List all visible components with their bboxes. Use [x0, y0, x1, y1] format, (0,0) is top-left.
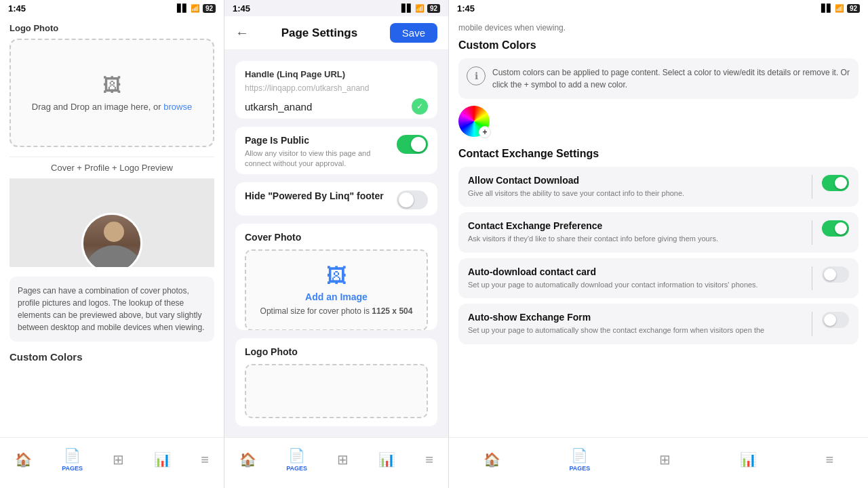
- nav-home-right[interactable]: 🏠: [477, 449, 507, 470]
- auto-show-card: Auto-show Exchange Form Set up your page…: [458, 304, 859, 344]
- left-panel: 1:45 ▋▋ 📶 92 Logo Photo 🖼 Drag and Drop …: [0, 0, 224, 488]
- menu-icon-mid: ≡: [425, 452, 433, 468]
- page-public-toggle[interactable]: [397, 135, 428, 154]
- color-wheel[interactable]: [458, 106, 490, 137]
- cover-upload-area[interactable]: 🖼 Add an Image Optimal size for cover ph…: [245, 249, 428, 330]
- wifi-icon-mid: 📶: [415, 4, 425, 13]
- nav-chart-mid[interactable]: 📊: [372, 449, 402, 470]
- status-bar-left: 1:45 ▋▋ 📶 92: [0, 0, 224, 16]
- auto-download-info: Auto-download contact card Set up your p…: [468, 266, 802, 290]
- battery-left: 92: [203, 4, 216, 13]
- exchange-pref-card: Contact Exchange Preference Ask visitors…: [458, 212, 859, 252]
- hide-footer-toggle[interactable]: [397, 190, 428, 209]
- pages-icon-right: 📄: [571, 447, 588, 464]
- upload-text: Drag and Drop an image here, or browse: [32, 102, 192, 112]
- exchange-pref-desc: Ask visitors if they'd like to share the…: [468, 234, 802, 244]
- bottom-nav-mid: 🏠 📄 PAGES ⊞ 📊 ≡: [224, 437, 448, 488]
- pages-icon-mid: 📄: [288, 447, 305, 464]
- toggle-thumb-download: [835, 177, 847, 189]
- info-box: Pages can have a combination of cover ph…: [9, 277, 214, 342]
- cover-photo-card: Cover Photo 🖼 Add an Image Optimal size …: [235, 224, 437, 330]
- nav-home-left[interactable]: 🏠: [8, 449, 39, 470]
- home-icon-left: 🏠: [15, 451, 32, 468]
- signal-icon-mid: ▋▋: [401, 4, 412, 13]
- exchange-pref-toggle[interactable]: [822, 220, 849, 237]
- logo-upload-mini[interactable]: [245, 364, 428, 418]
- auto-download-toggle[interactable]: [822, 266, 849, 283]
- chart-icon-right: 📊: [740, 451, 757, 468]
- hide-footer-row: Hide "Powered By Linq" footer: [245, 190, 428, 209]
- nav-menu-right[interactable]: ≡: [818, 449, 840, 470]
- nav-grid-mid[interactable]: ⊞: [330, 449, 355, 470]
- cover-profile-preview: [9, 179, 214, 267]
- pages-label-right: PAGES: [570, 465, 591, 472]
- nav-menu-mid[interactable]: ≡: [418, 449, 440, 470]
- cover-upload-icon: 🖼: [326, 264, 347, 287]
- page-settings-header: ← Page Settings Save: [224, 16, 448, 50]
- toggle-thumb-autoshow: [824, 314, 836, 326]
- logo-photo-section: Logo Photo: [235, 338, 437, 426]
- custom-colors-desc: Custom colors can be applied to page con…: [492, 66, 850, 91]
- page-public-info: Page Is Public Allow any visitor to view…: [245, 135, 390, 169]
- nav-pages-right[interactable]: 📄 PAGES: [563, 445, 597, 474]
- exchange-pref-info: Contact Exchange Preference Ask visitors…: [468, 220, 802, 244]
- bottom-nav-left: 🏠 📄 PAGES ⊞ 📊 ≡: [0, 437, 224, 488]
- custom-colors-section: Custom Colors ℹ Custom colors can be app…: [458, 39, 859, 137]
- page-public-row: Page Is Public Allow any visitor to view…: [245, 135, 428, 169]
- allow-download-card: Allow Contact Download Give all visitors…: [458, 167, 859, 207]
- nav-chart-left[interactable]: 📊: [147, 449, 178, 470]
- custom-colors-left-label: Custom Colors: [9, 351, 214, 363]
- optimal-size-text: Optimal size for cover photo is 1125 x 5…: [260, 306, 413, 316]
- signal-icon-right: ▋▋: [821, 4, 832, 13]
- page-title: Page Settings: [281, 26, 357, 40]
- home-icon-mid: 🏠: [239, 451, 256, 468]
- bottom-nav-right: 🏠 📄 PAGES ⊞ 📊 ≡: [449, 437, 868, 488]
- cover-photo-label: Cover Photo: [245, 232, 428, 243]
- time-mid: 1:45: [233, 3, 250, 14]
- contact-exchange-title: Contact Exchange Settings: [458, 148, 859, 160]
- separator-3: [812, 266, 812, 290]
- hide-footer-info: Hide "Powered By Linq" footer: [245, 190, 390, 204]
- save-button[interactable]: Save: [390, 23, 437, 43]
- logo-upload-box[interactable]: 🖼 Drag and Drop an image here, or browse: [9, 39, 214, 147]
- home-icon-right: 🏠: [484, 451, 500, 468]
- menu-icon-right: ≡: [825, 452, 833, 468]
- battery-mid: 92: [427, 4, 440, 13]
- nav-grid-left[interactable]: ⊞: [106, 449, 131, 470]
- toggle-thumb-autodownload: [824, 268, 836, 281]
- toggle-thumb-pref: [835, 222, 847, 235]
- toggle-thumb-public: [411, 137, 426, 152]
- wifi-icon-right: 📶: [835, 4, 844, 13]
- nav-home-mid[interactable]: 🏠: [233, 449, 263, 470]
- handle-input-row: utkarsh_anand ✓: [245, 98, 428, 115]
- wifi-icon: 📶: [191, 4, 200, 13]
- auto-download-desc: Set up your page to automatically downlo…: [468, 280, 802, 290]
- time-right: 1:45: [457, 3, 475, 14]
- handle-label: Handle (Linq Page URL): [245, 69, 428, 79]
- nav-grid-right[interactable]: ⊞: [652, 449, 677, 470]
- time-left: 1:45: [8, 3, 26, 14]
- nav-chart-right[interactable]: 📊: [733, 449, 764, 470]
- nav-pages-mid[interactable]: 📄 PAGES: [279, 445, 314, 474]
- nav-pages-left[interactable]: 📄 PAGES: [55, 445, 90, 474]
- status-icons-mid: ▋▋ 📶 92: [401, 4, 440, 13]
- hide-footer-title: Hide "Powered By Linq" footer: [245, 190, 390, 201]
- grid-icon-mid: ⊞: [337, 451, 349, 468]
- back-button[interactable]: ←: [235, 25, 249, 41]
- hide-footer-card: Hide "Powered By Linq" footer: [235, 182, 437, 216]
- allow-download-info: Allow Contact Download Give all visitors…: [468, 175, 802, 199]
- allow-download-toggle[interactable]: [822, 175, 849, 191]
- auto-show-title: Auto-show Exchange Form: [468, 312, 802, 323]
- right-panel: 1:45 ▋▋ 📶 92 mobile devices when viewing…: [449, 0, 868, 488]
- nav-menu-left[interactable]: ≡: [194, 449, 216, 470]
- settings-scroll: Handle (Linq Page URL) https://linqapp.c…: [224, 50, 448, 437]
- auto-show-toggle[interactable]: [822, 312, 849, 328]
- grid-icon-right: ⊞: [659, 451, 671, 468]
- page-public-title: Page Is Public: [245, 135, 390, 146]
- browse-link[interactable]: browse: [163, 102, 192, 112]
- separator-2: [812, 220, 812, 244]
- logo-photo-label: Logo Photo: [9, 23, 214, 33]
- contact-exchange-section: Contact Exchange Settings Allow Contact …: [458, 148, 859, 344]
- auto-download-title: Auto-download contact card: [468, 266, 802, 277]
- handle-value[interactable]: utkarsh_anand: [245, 101, 312, 113]
